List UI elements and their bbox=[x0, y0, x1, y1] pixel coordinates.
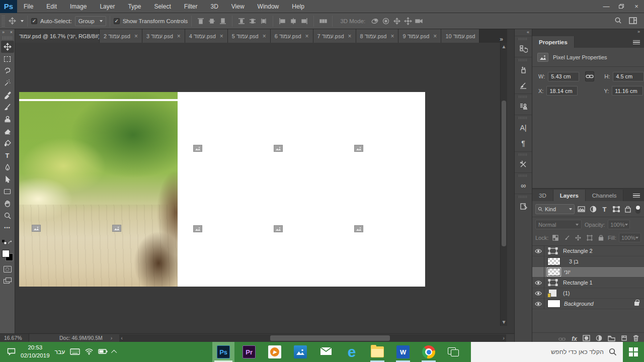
empty-smart-object-placeholder[interactable] bbox=[354, 225, 363, 232]
paragraph-panel-icon[interactable]: ¶ bbox=[516, 136, 531, 151]
taskbar-chrome[interactable] bbox=[418, 342, 440, 362]
tab-document-4[interactable]: 4 עמוד.psd× bbox=[185, 29, 228, 43]
start-button[interactable] bbox=[623, 342, 644, 362]
background-layer-thumbnail[interactable] bbox=[547, 300, 560, 308]
shape-layer-thumbnail[interactable] bbox=[547, 247, 558, 255]
notes-panel-icon[interactable] bbox=[516, 199, 531, 214]
visibility-eye-icon[interactable] bbox=[532, 288, 544, 299]
lock-position-icon[interactable] bbox=[574, 233, 583, 242]
pixel-layer-thumbnail[interactable] bbox=[547, 268, 560, 276]
taskbar-media-player[interactable]: ▶ bbox=[264, 342, 286, 362]
rectangle-tool[interactable] bbox=[1, 186, 14, 198]
lock-pixels-icon[interactable] bbox=[562, 233, 572, 242]
panel-collapse-icon[interactable]: » bbox=[532, 29, 644, 36]
tab-close-icon[interactable]: × bbox=[220, 33, 223, 40]
brush-settings-panel-icon[interactable] bbox=[516, 78, 531, 93]
height-field[interactable] bbox=[613, 72, 644, 81]
lock-transparency-icon[interactable] bbox=[551, 233, 560, 242]
filter-type-layers-icon[interactable]: T bbox=[600, 205, 609, 214]
dock-gripper[interactable] bbox=[519, 196, 528, 198]
tab-document-6[interactable]: 6 עמוד.psd× bbox=[271, 29, 313, 43]
quick-mask-button[interactable] bbox=[4, 266, 12, 273]
align-left-edges-button[interactable] bbox=[277, 16, 288, 26]
scroll-right-icon[interactable]: › bbox=[503, 335, 505, 341]
language-indicator[interactable]: עבר bbox=[55, 348, 65, 355]
path-selection-tool[interactable] bbox=[1, 173, 14, 186]
tab-properties[interactable]: Properties bbox=[532, 36, 575, 48]
smart-object-thumbnail[interactable] bbox=[548, 289, 557, 297]
clone-stamp-tool[interactable] bbox=[1, 113, 14, 125]
pen-tool[interactable] bbox=[1, 161, 14, 173]
tab-document-2[interactable]: 2 עמוד.psd× bbox=[100, 29, 142, 43]
width-field[interactable] bbox=[548, 72, 579, 81]
hand-tool[interactable] bbox=[1, 198, 14, 210]
menu-view[interactable]: View bbox=[225, 0, 251, 13]
tab-document-3[interactable]: 3 עמוד.psd× bbox=[142, 29, 185, 43]
panel-menu-icon[interactable] bbox=[633, 39, 640, 46]
tool-presets-panel-icon[interactable] bbox=[516, 157, 531, 172]
layer-row-yoni[interactable]: יוני bbox=[532, 267, 644, 278]
align-bottom-edges-button[interactable] bbox=[217, 16, 228, 26]
history-panel-icon[interactable] bbox=[516, 41, 531, 56]
horizontal-scrollbar[interactable]: ‹ › bbox=[119, 334, 506, 342]
filter-pixel-layers-icon[interactable] bbox=[577, 205, 586, 214]
3d-camera-button[interactable] bbox=[414, 16, 425, 26]
scroll-up-icon[interactable]: ▲ bbox=[501, 44, 507, 49]
tab-channels[interactable]: Channels bbox=[586, 190, 624, 201]
empty-smart-object-placeholder[interactable] bbox=[112, 225, 121, 232]
tab-close-icon[interactable]: × bbox=[305, 33, 309, 40]
close-button[interactable]: × bbox=[629, 1, 644, 12]
options-gripper[interactable] bbox=[2, 16, 5, 27]
3d-roll-button[interactable] bbox=[380, 16, 391, 26]
taskbar-photoshop[interactable]: Ps bbox=[212, 342, 234, 362]
zoom-tool[interactable] bbox=[1, 210, 14, 222]
status-expand-icon[interactable]: › bbox=[108, 335, 116, 341]
clone-source-panel-icon[interactable] bbox=[516, 99, 531, 114]
horizontal-scroll-thumb[interactable] bbox=[270, 335, 390, 341]
align-vertical-centers-button[interactable] bbox=[206, 16, 217, 26]
menu-help[interactable]: Help bbox=[285, 0, 311, 13]
tools-close-icon[interactable]: × bbox=[10, 30, 13, 35]
tools-collapse-icon[interactable]: » bbox=[2, 30, 5, 35]
visibility-eye-empty[interactable] bbox=[532, 267, 544, 278]
menu-3d[interactable]: 3D bbox=[204, 0, 224, 13]
empty-smart-object-placeholder[interactable] bbox=[274, 145, 283, 152]
screen-mode-button[interactable] bbox=[4, 278, 12, 284]
menu-filter[interactable]: Filter bbox=[178, 0, 204, 13]
layer-row-rectangle-2[interactable]: Rectangle 2 bbox=[532, 246, 644, 256]
default-colors-icon[interactable] bbox=[2, 238, 7, 247]
magic-wand-tool[interactable] bbox=[1, 77, 14, 89]
taskbar-premiere[interactable]: Pr bbox=[238, 342, 260, 362]
tab-active-document[interactable]: עמוד.psd @ 16.7% (יוני, RGB/8#) * × bbox=[15, 29, 100, 43]
tab-close-icon[interactable]: × bbox=[390, 33, 394, 40]
taskbar-mail[interactable] bbox=[315, 342, 337, 362]
visibility-eye-empty[interactable] bbox=[532, 256, 544, 267]
taskbar-clock[interactable]: 20:53 02/10/2019 bbox=[21, 344, 50, 359]
layer-row-ben-3[interactable]: בן 3 bbox=[532, 256, 644, 267]
zoom-level-field[interactable]: 16.67% bbox=[0, 334, 29, 342]
menu-type[interactable]: Type bbox=[121, 0, 147, 13]
layer-row-group-1[interactable]: (1) bbox=[532, 288, 644, 299]
menu-layer[interactable]: Layer bbox=[93, 0, 121, 13]
tab-document-7[interactable]: 7 עמוד.psd× bbox=[313, 29, 356, 43]
tab-close-icon[interactable]: × bbox=[177, 33, 181, 40]
taskbar-search-box[interactable]: הקלד כאן כדי לחפש bbox=[471, 342, 623, 362]
tab-layers[interactable]: Layers bbox=[553, 190, 586, 201]
taskbar-photos[interactable] bbox=[289, 342, 311, 362]
tab-close-icon[interactable]: × bbox=[433, 33, 437, 40]
filter-smart-objects-icon[interactable] bbox=[623, 205, 632, 214]
layer-row-rectangle-1[interactable]: Rectangle 1 bbox=[532, 278, 644, 288]
link-dimensions-button[interactable] bbox=[585, 71, 594, 81]
auto-select-scope-dropdown[interactable]: Group bbox=[75, 16, 106, 26]
lock-all-icon[interactable] bbox=[596, 233, 605, 242]
empty-smart-object-placeholder[interactable] bbox=[32, 225, 41, 232]
layer-style-fx-button[interactable]: fx bbox=[572, 335, 577, 342]
action-center-icon[interactable] bbox=[7, 348, 16, 356]
workspace-switcher-icon[interactable] bbox=[629, 17, 637, 25]
auto-select-checkbox[interactable]: ✓ bbox=[31, 18, 37, 24]
pixel-layer-thumbnail[interactable] bbox=[547, 257, 560, 265]
wifi-icon[interactable] bbox=[85, 348, 93, 356]
3d-slide-button[interactable] bbox=[403, 16, 414, 26]
tab-close-icon[interactable]: × bbox=[134, 33, 138, 40]
scroll-down-icon[interactable]: ▼ bbox=[501, 319, 507, 325]
